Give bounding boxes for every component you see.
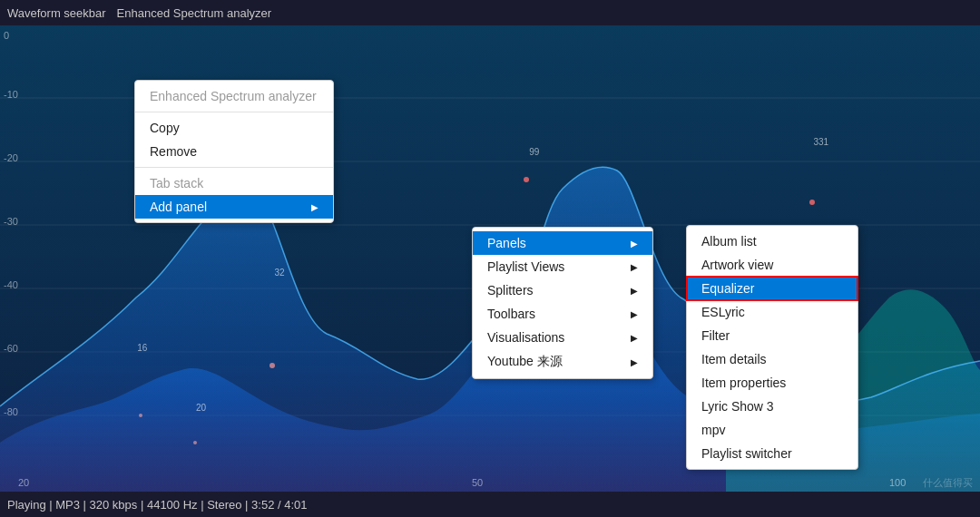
youtube-arrow: ▶ [631,357,638,367]
menu2-visualisations[interactable]: Visualisations ▶ [473,326,652,349]
y-label-10: -10 [4,89,18,100]
x-label-50: 50 [472,477,483,488]
peak-label-32: 32 [274,268,284,278]
peak-label-99: 99 [529,147,539,157]
y-label-0: 0 [4,30,9,41]
svg-point-8 [809,200,815,205]
menu1-remove[interactable]: Remove [135,140,333,163]
waveform-seekbar-tab[interactable]: Waveform seekbar [7,6,106,20]
splitters-arrow: ▶ [631,286,638,296]
peak-label-16: 16 [137,343,147,353]
menu2-toolbars[interactable]: Toolbars ▶ [473,302,652,326]
menu3-item-properties[interactable]: Item properties [687,371,858,395]
x-label-100: 100 [889,477,906,488]
menu3-album-list[interactable]: Album list [687,229,858,253]
svg-point-9 [270,363,275,368]
menu3-item-details[interactable]: Item details [687,347,858,371]
y-label-60: -60 [4,343,18,354]
visualisations-arrow: ▶ [631,333,638,343]
menu2-panels[interactable]: Panels ▶ [473,231,652,255]
menu1-copy[interactable]: Copy [135,116,333,140]
separator-1 [135,112,333,112]
separator-2 [135,167,333,168]
y-label-80: -80 [4,406,18,417]
panels-arrow: ▶ [631,239,638,249]
menu2-splitters[interactable]: Splitters ▶ [473,278,652,302]
menu3-artwork-view[interactable]: Artwork view [687,253,858,277]
y-label-40: -40 [4,279,18,290]
status-text: Playing | MP3 | 320 kbps | 44100 Hz | St… [7,498,308,512]
menu3-mpv[interactable]: mpv [687,418,858,442]
menu1-tab-stack: Tab stack [135,171,333,195]
menu3-equalizer[interactable]: Equalizer [687,277,858,300]
spectrum-analyzer-tab[interactable]: Enhanced Spectrum analyzer [117,6,272,20]
menu2-youtube[interactable]: Youtube 来源 ▶ [473,349,652,375]
toolbars-arrow: ▶ [631,309,638,319]
svg-point-7 [524,177,529,182]
peak-label-20: 20 [196,403,206,413]
menu3-eslyric[interactable]: ESLyric [687,300,858,324]
svg-point-11 [193,441,197,444]
peak-label-331: 331 [813,137,828,147]
context-menu-2: Panels ▶ Playlist Views ▶ Splitters ▶ To… [472,227,653,379]
playlist-views-arrow: ▶ [631,262,638,272]
x-label-20: 20 [18,477,29,488]
menu3-playlist-switcher[interactable]: Playlist switcher [687,442,858,465]
status-bar: Playing | MP3 | 320 kbps | 44100 Hz | St… [0,492,980,517]
svg-point-10 [139,414,142,417]
menu3-lyric-show[interactable]: Lyric Show 3 [687,395,858,418]
y-label-30: -30 [4,216,18,227]
y-label-20: -20 [4,152,18,163]
menu1-add-panel[interactable]: Add panel ▶ [135,195,333,219]
watermark: 什么值得买 [923,476,973,490]
add-panel-arrow: ▶ [311,202,318,212]
context-menu-1: Enhanced Spectrum analyzer Copy Remove T… [134,80,334,223]
context-menu-3: Album list Artwork view Equalizer ESLyri… [686,225,858,470]
menu2-playlist-views[interactable]: Playlist Views ▶ [473,255,652,278]
top-bar: Waveform seekbar Enhanced Spectrum analy… [0,0,980,25]
menu1-title: Enhanced Spectrum analyzer [135,84,333,108]
menu3-filter[interactable]: Filter [687,324,858,347]
